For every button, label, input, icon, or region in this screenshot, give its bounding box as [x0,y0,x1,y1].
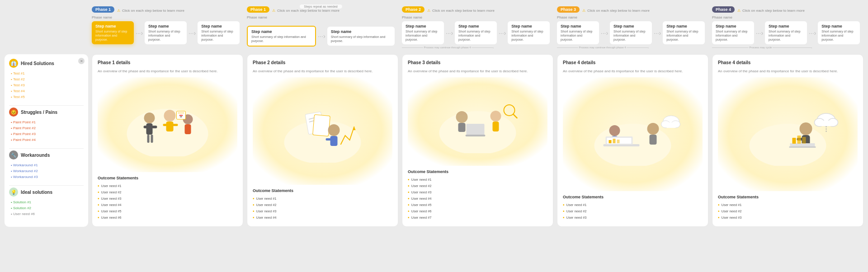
step-3-2[interactable]: Step name Short summary of step informat… [455,21,497,44]
step-5-1[interactable]: Step name Short summary of step informat… [712,21,754,44]
step-3-1[interactable]: Step name Short summary of step informat… [402,21,444,44]
svg-rect-4 [152,126,157,128]
sidebar-item-test1[interactable]: • Test #1 [9,70,84,76]
svg-point-26 [456,111,468,123]
step-1-2-name: Step name [148,24,183,28]
struggles-icon: 😣 [9,108,18,117]
phase-4-card-desc: An overview of the phase and its importa… [563,69,703,74]
step-5-2[interactable]: Step name Short summary of step informat… [765,21,807,44]
sidebar-item-test3[interactable]: • Test #3 [9,82,84,88]
phase-4-hint: Click on each step below to learn more [582,9,650,13]
step-4-1[interactable]: Step name Short summary of step informat… [557,21,599,44]
sidebar-item-solution1[interactable]: • Solution #1 [9,199,84,205]
sidebar-item-pain1[interactable]: • Paint Point #1 [9,119,84,125]
phase-1-outcome-title: Outcome Statements [98,176,237,180]
phase-5-steps: Step name Short summary of step informat… [712,21,860,44]
outcome-1-4: User need #4 [98,202,237,208]
svg-rect-9 [163,124,169,126]
divider-1 [9,105,84,106]
arrow-6: ···› [601,29,608,37]
phase-5-card-desc: An overview of the phase and its importa… [718,69,858,74]
sidebar-item-userneed6[interactable]: • User need #6 [9,211,84,217]
svg-point-35 [609,125,620,136]
sidebar-section-struggles: 😣 Struggles / Pains • Paint Point #1 • P… [9,108,84,143]
phase-4-outcome-title: Outcome Statements [563,195,703,199]
divider-3 [9,185,84,186]
step-5-1-summary: Short summary of step information and pu… [716,29,750,42]
sidebar-section-ideal-header: 💡 Ideal solutions [9,188,84,197]
step-1-2[interactable]: Step name Short summary of step informat… [145,21,187,44]
outcome-5-2: User need #2 [718,208,858,215]
step-4-2[interactable]: Step name Short summary of step informat… [610,21,652,44]
svg-rect-57 [802,137,806,144]
phase-4-card: Phase 4 details An overview of the phase… [557,54,708,227]
phase-3-continue: ─────────── Process may continue through… [402,46,550,49]
sidebar-section-ideal: 💡 Ideal solutions • Solution #1 • Soluti… [9,188,84,217]
step-4-3-name: Step name [666,24,701,28]
svg-rect-6 [151,135,153,143]
phase-4-continue: ─────────── Process may continue through… [557,46,705,49]
phase-2-card-title: Phase 2 details [253,60,392,65]
step-4-2-summary: Short summary of step information and pu… [613,29,648,42]
step-1-3-summary: Short summary of step information and pu… [201,29,236,42]
sidebar-item-solution2[interactable]: • Solution #2 [9,205,84,211]
sidebar-item-test5[interactable]: • Test #5 [9,94,84,100]
phase-5-card: Phase 4 details An overview of the phase… [712,54,863,227]
step-5-3[interactable]: Step name Short summary of step informat… [818,21,860,44]
divider-2 [9,148,84,149]
step-4-3[interactable]: Step name Short summary of step informat… [663,21,705,44]
sidebar-ideal-title: Ideal solutions [21,190,52,195]
phase-2-illustration [253,77,392,185]
ideal-icon: 💡 [9,188,18,197]
sidebar-section-struggles-header: 😣 Struggles / Pains [9,108,84,117]
sidebar-item-test2[interactable]: • Test #2 [9,76,84,82]
step-3-3[interactable]: Step name Short summary of step informat… [508,21,550,44]
phase-3-card: Phase 3 details An overview of the phase… [402,54,553,227]
step-4-1-summary: Short summary of step information and pu… [561,29,595,42]
step-3-3-name: Step name [511,24,546,28]
outcome-3-4: User need #4 [408,196,547,202]
outcome-3-2: User need #2 [408,183,547,189]
outcome-5-3: User need #3 [718,215,858,221]
step-1-3[interactable]: Step name Short summary of step informat… [198,21,240,44]
arrow-8: ···› [756,29,763,37]
step-1-1[interactable]: Step name Short summary of step informat… [92,21,134,44]
sidebar-item-workaround1[interactable]: • Workaround #1 [9,162,84,168]
phase-5-card-title: Phase 4 details [718,60,858,65]
outcome-3-6: User need #6 [408,208,547,215]
sidebar-struggles-title: Struggles / Pains [21,110,57,115]
arrow-4: ···› [446,29,453,37]
phase-2-hint: Click on each step below to learn more [272,9,340,13]
sidebar-item-test4[interactable]: • Test #4 [9,88,84,94]
phase-5-badge: Phase 4 [712,6,735,13]
svg-point-43 [647,123,659,135]
sidebar-item-pain3[interactable]: • Paint Point #3 [9,131,84,137]
phase-5-outcome-title: Outcome Statements [718,195,858,199]
sidebar-item-workaround3[interactable]: • Workaround #3 [9,174,84,180]
phase-3-outcomes: Outcome Statements User need #1 User nee… [408,169,547,221]
sidebar-item-pain4[interactable]: • Paint Point #4 [9,137,84,143]
step-4-2-name: Step name [613,24,648,28]
svg-rect-3 [144,126,149,128]
phase-1-hint: Click on each step below to learn more [117,9,184,13]
sidebar-item-workaround2[interactable]: • Workaround #2 [9,168,84,174]
step-2-2-summary: Short summary of step information and pu… [331,35,391,43]
phase-1-badge: Phase 1 [92,6,114,13]
svg-rect-28 [467,124,485,135]
step-3-1-name: Step name [406,24,440,28]
phase-2-name-label: Phase name [247,15,395,19]
phase-column-3: Phase 2 Click on each step below to lear… [398,5,553,51]
step-2-2[interactable]: Step name Short summary of step informat… [327,27,395,46]
phase-1-steps: Step name Short summary of step informat… [92,21,240,44]
svg-text:📅: 📅 [179,114,183,118]
step-2-2-name: Step name [331,29,391,34]
svg-rect-10 [172,124,178,126]
step-2-1[interactable]: Step name Short summary of step informat… [247,26,316,47]
svg-rect-31 [493,122,499,131]
step-5-1-name: Step name [716,24,750,28]
step-5-2-summary: Short summary of step information and pu… [769,29,803,42]
phase-column-4: Phase 3 Click on each step below to lear… [553,5,708,51]
phase-4-outcomes: Outcome Statements User need #1 User nee… [563,195,703,221]
phase-1-name-label: Phase name [92,15,240,19]
sidebar-item-pain2[interactable]: • Paint Point #2 [9,125,84,131]
